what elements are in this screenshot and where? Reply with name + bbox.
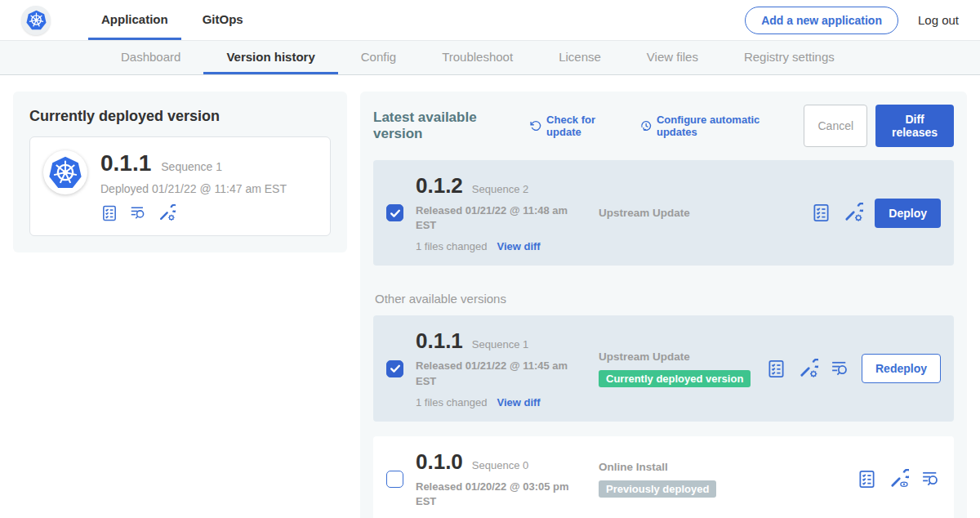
latest-available-title: Latest available version — [373, 109, 514, 142]
previously-deployed-badge: Previously deployed — [599, 480, 716, 498]
version-row-0-1-0: 0.1.0 Sequence 0 Released 01/20/22 @ 03:… — [373, 436, 954, 518]
sequence-label: Sequence 2 — [472, 183, 528, 195]
version-source-label: Online Install — [599, 461, 857, 473]
nav-tab-gitops[interactable]: GitOps — [189, 0, 256, 40]
check-for-update-link[interactable]: Check for update — [530, 114, 624, 138]
sequence-label: Sequence 0 — [472, 459, 528, 471]
version-number: 0.1.2 — [416, 173, 463, 199]
tab-registry-settings[interactable]: Registry settings — [721, 41, 858, 74]
top-nav: Application GitOps Add a new application… — [0, 0, 980, 41]
version-row-0-1-1: 0.1.1 Sequence 1 Released 01/21/22 @ 11:… — [373, 315, 954, 421]
deployed-version-number: 0.1.1 — [100, 150, 151, 176]
tab-view-files[interactable]: View files — [624, 41, 721, 74]
edit-config-icon[interactable] — [158, 204, 176, 222]
view-files-icon[interactable] — [920, 469, 941, 489]
tab-license[interactable]: License — [536, 41, 624, 74]
version-row-0-1-2: 0.1.2 Sequence 2 Released 01/21/22 @ 11:… — [373, 160, 954, 266]
tab-config[interactable]: Config — [338, 41, 419, 74]
view-files-icon[interactable] — [830, 359, 850, 379]
view-diff-link[interactable]: View diff — [497, 240, 540, 252]
view-config-icon[interactable] — [889, 469, 909, 489]
preflight-checks-icon[interactable] — [766, 359, 786, 379]
view-diff-link[interactable]: View diff — [497, 396, 540, 409]
edit-config-icon[interactable] — [843, 203, 863, 223]
tab-dashboard[interactable]: Dashboard — [98, 41, 203, 74]
version-checkbox[interactable] — [386, 471, 403, 488]
clock-refresh-icon — [640, 119, 652, 132]
deployed-version-card: 0.1.1 Sequence 1 Deployed 01/21/22 @ 11:… — [29, 136, 331, 236]
released-timestamp: Released 01/21/22 @ 11:48 am EST — [416, 203, 575, 233]
currently-deployed-panel: Currently deployed version 0.1.1 Sequenc… — [13, 92, 347, 252]
version-number: 0.1.0 — [416, 449, 463, 475]
app-icon-badge — [43, 150, 87, 194]
refresh-icon — [530, 119, 541, 132]
logout-button[interactable]: Log out — [918, 13, 959, 27]
version-source-label: Upstream Update — [599, 351, 766, 363]
preflight-checks-icon[interactable] — [100, 204, 118, 222]
checkmark-icon — [389, 207, 402, 220]
deployed-sequence-label: Sequence 1 — [161, 160, 222, 173]
version-number: 0.1.1 — [416, 328, 463, 354]
redeploy-button[interactable]: Redeploy — [862, 354, 941, 383]
checkmark-icon — [389, 362, 402, 375]
view-files-icon[interactable] — [129, 204, 147, 222]
preflight-checks-icon[interactable] — [857, 469, 877, 489]
other-versions-title: Other available versions — [375, 292, 954, 306]
files-changed-label: 1 files changed — [416, 240, 487, 252]
tab-troubleshoot[interactable]: Troubleshoot — [419, 41, 536, 74]
version-source-label: Upstream Update — [599, 207, 811, 219]
app-logo — [21, 6, 51, 35]
preflight-checks-icon[interactable] — [811, 203, 831, 223]
cancel-button[interactable]: Cancel — [804, 105, 867, 147]
configure-auto-updates-link[interactable]: Configure automatic updates — [640, 114, 788, 138]
sequence-label: Sequence 1 — [472, 338, 528, 351]
files-changed-label: 1 files changed — [416, 396, 487, 409]
deploy-button[interactable]: Deploy — [875, 199, 941, 228]
app-subnav: Dashboard Version history Config Trouble… — [0, 41, 980, 75]
check-for-update-label: Check for update — [546, 114, 624, 138]
available-versions-panel: Latest available version Check for updat… — [360, 92, 967, 518]
version-checkbox[interactable] — [386, 360, 403, 377]
version-checkbox[interactable] — [386, 204, 403, 221]
add-application-button[interactable]: Add a new application — [745, 7, 898, 34]
edit-config-icon[interactable] — [798, 359, 818, 379]
nav-tab-application[interactable]: Application — [88, 0, 181, 40]
released-timestamp: Released 01/21/22 @ 11:45 am EST — [416, 359, 575, 388]
currently-deployed-title: Currently deployed version — [29, 108, 331, 125]
kubernetes-icon — [25, 9, 47, 31]
kubernetes-icon — [47, 154, 83, 190]
tab-version-history[interactable]: Version history — [203, 41, 337, 74]
currently-deployed-badge: Currently deployed version — [599, 370, 751, 387]
deployed-timestamp: Deployed 01/21/22 @ 11:47 am EST — [100, 182, 287, 195]
configure-auto-updates-label: Configure automatic updates — [657, 114, 788, 138]
diff-releases-button[interactable]: Diff releases — [875, 105, 954, 147]
released-timestamp: Released 01/20/22 @ 03:05 pm EST — [416, 480, 575, 509]
